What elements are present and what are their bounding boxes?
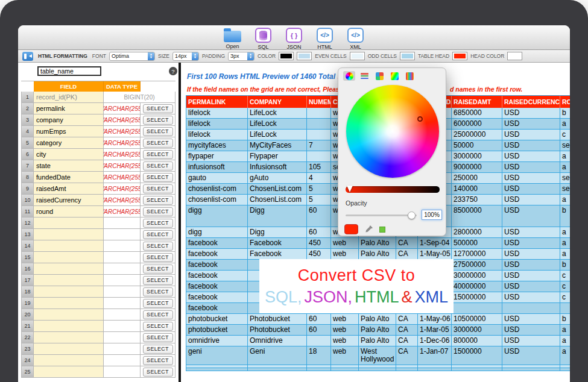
select-datatype-button[interactable]: SELECT (143, 116, 173, 125)
select-datatype-button[interactable]: SELECT (143, 139, 173, 148)
cell-raisedamt: 140000 (452, 184, 502, 195)
open-button[interactable]: Open (223, 27, 243, 49)
content-area: ? FIELD DATA TYPE 1 record_id(PK) BIGINT… (18, 63, 570, 382)
json-label: JSON (286, 44, 301, 50)
field-name-cell[interactable] (34, 321, 104, 332)
field-name-cell[interactable]: state (34, 160, 104, 172)
green-swatch[interactable] (379, 227, 385, 233)
brightness-slider-thumb[interactable] (347, 186, 353, 192)
color-wheel[interactable] (346, 85, 439, 178)
field-name-cell[interactable]: fundedDate (34, 172, 104, 183)
current-color-swatch[interactable] (344, 224, 358, 234)
field-name-cell[interactable]: raisedCurrency (34, 195, 104, 206)
cell-permalink: facebook (186, 303, 248, 314)
color-palettes-tab[interactable] (373, 71, 385, 81)
field-name-cell[interactable] (34, 355, 104, 366)
table-name-input[interactable] (37, 66, 101, 76)
head-text-color-well[interactable] (507, 52, 522, 60)
sql-export-button[interactable]: SQL (253, 27, 274, 50)
select-datatype-button[interactable]: SELECT (143, 356, 173, 365)
row-number: 6 (21, 149, 34, 160)
select-datatype-button[interactable]: SELECT (143, 196, 173, 205)
select-datatype-button[interactable]: SELECT (143, 287, 173, 296)
field-name-cell[interactable] (34, 229, 104, 240)
select-datatype-button[interactable]: SELECT (143, 219, 173, 228)
color-sliders-tab[interactable] (358, 71, 370, 81)
cell-fundeddate (418, 368, 452, 371)
cell-numemps: 105 (307, 162, 331, 173)
select-datatype-button[interactable]: SELECT (143, 310, 173, 319)
field-name-cell[interactable] (34, 240, 104, 252)
select-datatype-button[interactable]: SELECT (143, 322, 173, 331)
html-code-icon: </> (317, 28, 333, 43)
select-datatype-button[interactable]: SELECT (143, 207, 173, 216)
brightness-slider[interactable] (346, 186, 440, 193)
field-name-cell[interactable]: numEmps (34, 126, 104, 137)
help-icon[interactable]: ? (169, 67, 177, 75)
field-name-cell[interactable] (34, 366, 104, 378)
collapse-sidebar-icon[interactable] (22, 52, 33, 61)
size-select[interactable]: 14px (172, 52, 199, 61)
field-name-cell[interactable]: permalink (34, 103, 104, 114)
datatype-cell: VARCHAR(255) (104, 195, 141, 206)
select-datatype-button[interactable]: SELECT (143, 242, 173, 251)
opacity-value-field[interactable]: 100% (422, 210, 442, 220)
padding-select[interactable]: 3px (228, 52, 254, 61)
select-datatype-button[interactable]: SELECT (143, 345, 173, 354)
field-name-cell[interactable] (34, 298, 104, 309)
color-wheel-cursor[interactable] (417, 116, 423, 122)
select-datatype-button[interactable]: SELECT (143, 173, 173, 182)
field-name-cell[interactable]: category (34, 137, 104, 149)
select-datatype-button[interactable]: SELECT (143, 265, 173, 274)
field-name-cell[interactable]: raisedAmt (34, 183, 104, 195)
secondary-color-well[interactable] (297, 52, 312, 60)
cell-raisedcurrency: USD (502, 346, 560, 365)
datatype-cell (104, 309, 141, 321)
field-name-cell[interactable] (34, 252, 104, 263)
field-name-cell[interactable]: city (34, 149, 104, 160)
xml-export-button[interactable]: </> XML (346, 27, 366, 50)
pencils-tab[interactable] (403, 71, 416, 81)
text-color-well[interactable] (279, 52, 294, 60)
row-number: 8 (21, 172, 34, 183)
select-datatype-button[interactable]: SELECT (143, 276, 173, 285)
cell-category: web (331, 238, 359, 249)
select-datatype-button[interactable]: SELECT (143, 104, 173, 113)
field-name-cell[interactable] (34, 263, 104, 275)
json-export-button[interactable]: { } JSON (284, 27, 305, 50)
cell-state: CA (396, 314, 418, 325)
field-name-cell[interactable] (34, 309, 104, 321)
odd-cells-color-well[interactable] (400, 52, 415, 60)
field-name-cell[interactable] (34, 218, 104, 229)
banner-token: SQL, (265, 288, 302, 306)
select-datatype-button[interactable]: SELECT (143, 127, 173, 136)
table-head-color-well[interactable] (452, 52, 467, 60)
field-name-cell[interactable] (34, 332, 104, 343)
eyedropper-icon[interactable] (364, 225, 373, 234)
opacity-slider[interactable] (346, 214, 417, 216)
datatype-cell (104, 355, 141, 366)
json-braces-icon: { } (286, 28, 302, 43)
select-datatype-button[interactable]: SELECT (143, 150, 173, 159)
field-name-cell[interactable] (34, 286, 104, 298)
select-datatype-button[interactable]: SELECT (143, 253, 173, 262)
field-name-cell[interactable]: round (34, 206, 104, 218)
opacity-slider-knob[interactable] (408, 211, 416, 219)
select-datatype-button[interactable]: SELECT (143, 333, 173, 342)
select-datatype-button[interactable]: SELECT (143, 299, 173, 308)
even-cells-color-well[interactable] (350, 52, 365, 60)
field-name-cell[interactable] (34, 275, 104, 286)
font-select[interactable]: Optima (109, 52, 155, 61)
field-name-cell[interactable] (34, 343, 104, 355)
cell-numemps (307, 119, 331, 130)
select-datatype-button[interactable]: SELECT (143, 368, 173, 377)
field-name-cell[interactable]: company (34, 114, 104, 126)
color-wheel-tab[interactable] (343, 71, 355, 81)
cell-company: LifeLock (248, 108, 307, 119)
image-palettes-tab[interactable] (388, 71, 400, 81)
select-datatype-button[interactable]: SELECT (143, 184, 173, 193)
select-datatype-button[interactable]: SELECT (143, 230, 173, 239)
row-number: 19 (21, 298, 34, 309)
select-datatype-button[interactable]: SELECT (143, 161, 173, 171)
html-export-button[interactable]: </> HTML (315, 27, 335, 50)
